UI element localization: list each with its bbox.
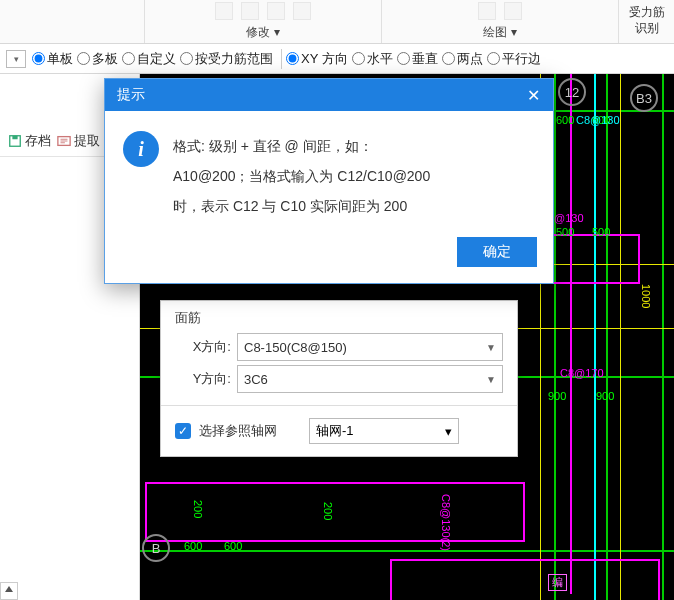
radio-vertical[interactable]: 垂直 [397, 50, 438, 68]
params-panel: 面筋 X方向: C8-150(C8@150) ▼ Y方向: 3C6 ▼ ✓ 选择… [160, 300, 518, 457]
radio-custom[interactable]: 自定义 [122, 50, 176, 68]
dialog-titlebar[interactable]: 提示 ✕ [105, 79, 553, 111]
extract-icon [57, 134, 71, 148]
extract-button[interactable]: 提取 [57, 132, 100, 150]
dropdown-small[interactable]: ▾ [6, 50, 26, 68]
radio-xy[interactable]: XY 方向 [286, 50, 348, 68]
ribbon-label-modify: 修改 ▾ [246, 25, 279, 39]
radio-single[interactable]: 单板 [32, 50, 73, 68]
ydir-combo[interactable]: 3C6 ▼ [237, 365, 503, 393]
radio-byrange[interactable]: 按受力筋范围 [180, 50, 273, 68]
info-dialog: 提示 ✕ i 格式: 级别 + 直径 @ 间距，如： A10@200；当格式输入… [104, 78, 554, 284]
separator [281, 49, 282, 69]
axis-checkbox[interactable]: ✓ [175, 423, 191, 439]
close-icon: ✕ [527, 86, 540, 105]
axis-value: 轴网-1 [316, 422, 354, 440]
save-label: 存档 [25, 132, 51, 150]
axis-bubble: B3 [630, 84, 658, 112]
xdir-combo[interactable]: C8-150(C8@150) ▼ [237, 333, 503, 361]
ydir-value: 3C6 [244, 372, 268, 387]
radio-multi[interactable]: 多板 [77, 50, 118, 68]
axis-check-label: 选择参照轴网 [199, 422, 277, 440]
dialog-title: 提示 [117, 86, 145, 104]
axis-combo[interactable]: 轴网-1 ▾ [309, 418, 459, 444]
caret-down-icon: ▼ [486, 342, 496, 353]
caret-down-icon: ▾ [445, 424, 452, 439]
xdir-label: X方向: [175, 338, 231, 356]
ribbon-right: 受力筋 识别 [619, 0, 674, 43]
dialog-message: 格式: 级别 + 直径 @ 间距，如： A10@200；当格式输入为 C12/C… [173, 131, 531, 221]
axis-bubble: B [142, 534, 170, 562]
save-icon [8, 134, 22, 148]
svg-rect-1 [12, 136, 17, 140]
ribbon-right-1: 受力筋 [621, 4, 672, 20]
ribbon-group-modify[interactable]: 修改 ▾ [145, 0, 382, 43]
axis-bubble: 12 [558, 78, 586, 106]
radio-parallel[interactable]: 平行边 [487, 50, 541, 68]
extract-label: 提取 [74, 132, 100, 150]
ribbon-group-draw[interactable]: 绘图 ▾ [382, 0, 619, 43]
dialog-close-button[interactable]: ✕ [521, 83, 545, 107]
caret-down-icon: ▼ [486, 374, 496, 385]
group-label-mianjin: 面筋 [175, 309, 503, 327]
radio-horizontal[interactable]: 水平 [352, 50, 393, 68]
ribbon-right-2: 识别 [621, 20, 672, 36]
ribbon-spacer [0, 0, 145, 43]
ribbon-label-draw: 绘图 ▾ [483, 25, 516, 39]
xdir-value: C8-150(C8@150) [244, 340, 347, 355]
info-icon: i [123, 131, 159, 167]
radio-twopoint[interactable]: 两点 [442, 50, 483, 68]
ydir-label: Y方向: [175, 370, 231, 388]
scroll-corner-button[interactable] [0, 582, 18, 600]
separator [161, 405, 517, 406]
ribbon-top: 修改 ▾ 绘图 ▾ 受力筋 识别 [0, 0, 674, 44]
dialog-ok-button[interactable]: 确定 [457, 237, 537, 267]
save-button[interactable]: 存档 [8, 132, 51, 150]
option-bar: ▾ 单板 多板 自定义 按受力筋范围 XY 方向 水平 垂直 两点 平行边 [0, 44, 674, 74]
